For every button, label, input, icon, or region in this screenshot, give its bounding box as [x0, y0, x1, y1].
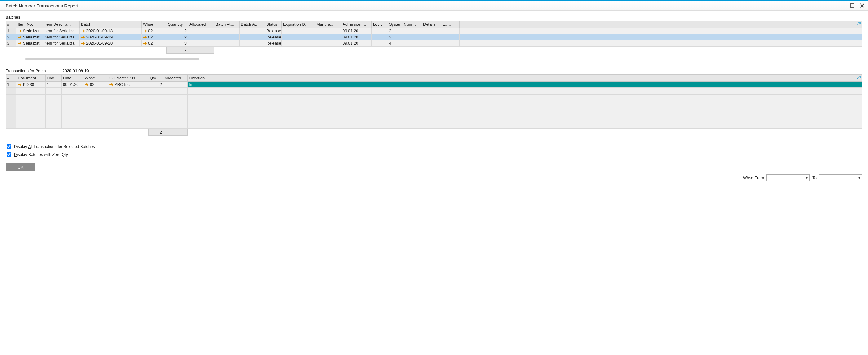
manufac-cell: [315, 40, 341, 47]
whse-filter: Whse From ▼ To ▼: [743, 174, 862, 181]
column-header[interactable]: Doc. …: [45, 75, 62, 82]
expiration-cell: [282, 28, 315, 34]
column-header[interactable]: Item No.: [17, 21, 43, 28]
link-arrow-icon[interactable]: [18, 83, 22, 87]
link-arrow-icon[interactable]: [110, 83, 114, 87]
column-header[interactable]: #: [6, 21, 17, 28]
item-no-cell[interactable]: Serializat: [17, 28, 43, 34]
transactions-batch-value: 2020-01-09-19: [62, 68, 89, 73]
batch-attr2-cell: [240, 34, 265, 40]
column-header[interactable]: Item Descrip…: [43, 21, 80, 28]
maximize-icon[interactable]: [849, 3, 855, 8]
window-controls: [839, 3, 865, 8]
item-no-cell[interactable]: Serializat: [17, 34, 43, 40]
link-arrow-icon[interactable]: [81, 41, 85, 45]
link-arrow-icon[interactable]: [18, 41, 22, 45]
expand-grid-icon[interactable]: [856, 21, 861, 26]
checkbox-input[interactable]: [7, 152, 11, 156]
whse-cell[interactable]: 02: [83, 82, 108, 88]
qty-total: 7: [166, 47, 188, 54]
checkbox-input[interactable]: [7, 144, 11, 149]
bp-cell[interactable]: ABC Inc: [108, 82, 149, 88]
column-header[interactable]: Whse: [142, 21, 166, 28]
column-header[interactable]: [460, 21, 862, 28]
batches-hscrollbar[interactable]: [6, 57, 862, 61]
ok-button[interactable]: OK: [6, 163, 35, 171]
transactions-grid-wrap: #DocumentDoc. …DateWhseG/L Acct/BP N…Qty…: [6, 75, 862, 136]
display-all-transactions-checkbox[interactable]: Display All Transactions for Selected Ba…: [6, 143, 862, 149]
spacer-cell: [460, 34, 862, 40]
column-header[interactable]: Batch: [80, 21, 142, 28]
column-header[interactable]: Batch At…: [214, 21, 240, 28]
column-header[interactable]: #: [6, 75, 17, 82]
link-arrow-icon[interactable]: [85, 83, 89, 87]
item-no-cell[interactable]: Serializat: [17, 40, 43, 47]
ex-cell: [441, 34, 460, 40]
minimize-icon[interactable]: [839, 3, 845, 8]
docno-cell: 1: [45, 82, 62, 88]
link-arrow-icon[interactable]: [143, 35, 147, 39]
batch-cell[interactable]: 2020-01-09-20: [80, 40, 142, 47]
column-header[interactable]: G/L Acct/BP N…: [108, 75, 149, 82]
batches-grid[interactable]: #Item No.Item Descrip…BatchWhseQuantityA…: [6, 21, 862, 47]
admission-cell: 09.01.20: [341, 28, 372, 34]
link-arrow-icon[interactable]: [18, 29, 22, 33]
whse-to-combo[interactable]: ▼: [819, 174, 862, 181]
close-icon[interactable]: [859, 3, 865, 8]
display-zero-qty-checkbox[interactable]: Display Batches with Zero Qty: [6, 151, 862, 157]
batches-label: Batches: [6, 15, 862, 20]
item-desc-cell: Item for Serializa: [43, 28, 80, 34]
whse-to-label: To: [812, 176, 816, 180]
expiration-cell: [282, 34, 315, 40]
batch-cell[interactable]: 2020-01-09-18: [80, 28, 142, 34]
spacer-cell: [460, 40, 862, 47]
column-header[interactable]: Details: [422, 21, 441, 28]
column-header[interactable]: Manufac…: [315, 21, 341, 28]
date-cell: 09.01.20: [62, 82, 83, 88]
document-cell[interactable]: PD 38: [17, 82, 45, 88]
row-number: 3: [6, 40, 17, 47]
expand-grid-icon[interactable]: [856, 75, 861, 80]
link-arrow-icon[interactable]: [81, 35, 85, 39]
item-desc-cell: Item for Serializa: [43, 40, 80, 47]
ex-cell: [441, 40, 460, 47]
column-header[interactable]: Direction: [188, 75, 862, 82]
transactions-grid[interactable]: #DocumentDoc. …DateWhseG/L Acct/BP N…Qty…: [6, 75, 862, 129]
transactions-totals: 2: [6, 129, 862, 136]
column-header[interactable]: Document: [17, 75, 45, 82]
whse-cell[interactable]: 02: [142, 34, 166, 40]
hscroll-thumb[interactable]: [25, 58, 199, 60]
column-header[interactable]: Date: [62, 75, 83, 82]
link-arrow-icon[interactable]: [81, 29, 85, 33]
column-header[interactable]: Expiration D…: [282, 21, 315, 28]
details-cell: [422, 40, 441, 47]
status-cell: Released: [265, 34, 282, 40]
loc-cell: [372, 28, 388, 34]
column-header[interactable]: Loc…: [372, 21, 388, 28]
transactions-label: Transactions for Batch:: [6, 68, 47, 73]
loc-cell: [372, 40, 388, 47]
link-arrow-icon[interactable]: [143, 29, 147, 33]
details-cell: [422, 34, 441, 40]
whse-cell[interactable]: 02: [142, 40, 166, 47]
link-arrow-icon[interactable]: [18, 35, 22, 39]
column-header[interactable]: Qty: [149, 75, 163, 82]
batch-cell[interactable]: 2020-01-09-19: [80, 34, 142, 40]
qty-cell: 3: [166, 40, 188, 47]
whse-from-combo[interactable]: ▼: [766, 174, 810, 181]
column-header[interactable]: Quantity: [166, 21, 188, 28]
link-arrow-icon[interactable]: [143, 41, 147, 45]
window-title: Batch Number Transactions Report: [6, 3, 78, 8]
chevron-down-icon: ▼: [858, 176, 861, 179]
column-header[interactable]: Ex…: [441, 21, 460, 28]
whse-cell[interactable]: 02: [142, 28, 166, 34]
column-header[interactable]: System Num…: [388, 21, 422, 28]
column-header[interactable]: Batch At…: [240, 21, 265, 28]
ex-cell: [441, 28, 460, 34]
column-header[interactable]: Whse: [83, 75, 108, 82]
column-header[interactable]: Allocated: [188, 21, 214, 28]
column-header[interactable]: Status: [265, 21, 282, 28]
column-header[interactable]: Allocated: [163, 75, 188, 82]
column-header[interactable]: Admission …: [341, 21, 372, 28]
qty-total: 2: [149, 129, 163, 136]
